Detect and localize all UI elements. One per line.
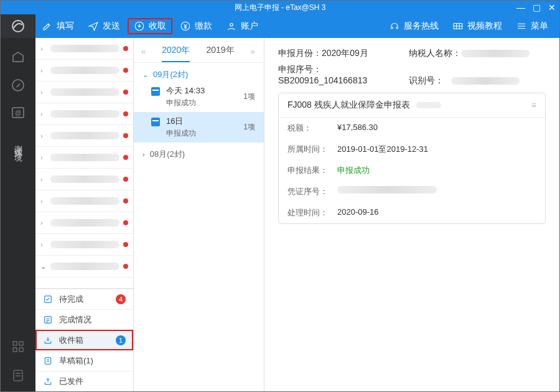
app-window: 网上电子申报 - eTax@SH 3 — ▢ ✕ @ 测试环境 填写 发送	[0, 0, 560, 392]
year-tab-2020[interactable]: 2020年	[162, 45, 190, 62]
svg-point-0	[12, 21, 24, 32]
voucher-value	[337, 186, 437, 197]
svg-rect-15	[45, 358, 50, 365]
taxpayer-row[interactable]: ›	[35, 169, 133, 190]
folder-completed[interactable]: 完成情况	[35, 309, 133, 330]
hamburger-icon	[516, 21, 527, 32]
taxpayer-row[interactable]: ›	[35, 38, 133, 60]
calendar-icon	[151, 87, 160, 96]
download-icon	[134, 21, 145, 32]
taxpayer-row[interactable]: ›	[35, 212, 133, 234]
draft-icon	[43, 356, 53, 366]
headset-icon	[389, 21, 400, 32]
taxpayer-row[interactable]: ›	[35, 190, 133, 212]
folder-drafts[interactable]: 草稿箱(1)	[35, 350, 133, 371]
period-key: 所属时间：	[287, 144, 331, 155]
redacted	[416, 102, 441, 108]
folder-label: 已发件	[59, 376, 83, 387]
svg-rect-5	[19, 342, 23, 345]
menu-button[interactable]: 菜单	[510, 18, 554, 34]
card-title: FJ008 残疾人就业保障金申报表	[287, 100, 410, 111]
edit-icon	[42, 21, 53, 32]
window-title: 网上电子申报 - eTax@SH 3	[235, 2, 326, 13]
taxpayer-panel: › › › › › › › › › › ⌄ 待完成 4	[35, 38, 134, 391]
video-icon	[452, 21, 464, 32]
taxpayer-row[interactable]: ›	[35, 103, 133, 125]
list-icon	[43, 315, 53, 325]
svg-rect-4	[13, 342, 17, 345]
compass-icon[interactable]	[11, 78, 26, 93]
outbox-icon	[43, 376, 53, 386]
chevron-down-icon: ⌄	[142, 71, 148, 79]
fill-button[interactable]: 填写	[35, 18, 80, 34]
chevron-right-icon: ›	[142, 151, 145, 158]
taxpayer-row[interactable]: ›	[35, 234, 133, 256]
meta-id-key: 识别号：	[409, 75, 451, 86]
message-list-panel: « 2020年 2019年 » ⌄ 09月(2封) 今天 14:33 申报成功 …	[134, 38, 264, 391]
document-icon[interactable]	[11, 368, 26, 383]
folder-inbox[interactable]: 收件箱 1	[35, 330, 133, 350]
titlebar: 网上电子申报 - eTax@SH 3 — ▢ ✕	[1, 1, 559, 14]
year-tab-2019[interactable]: 2019年	[206, 45, 234, 62]
meta-seq-value: SB200916_104166813	[278, 75, 367, 85]
taxpayer-row[interactable]: ›	[35, 82, 133, 103]
folder-pending[interactable]: 待完成 4	[35, 289, 133, 309]
month-group-08[interactable]: › 08月(2封)	[134, 142, 264, 161]
tax-value: ¥17,586.30	[337, 123, 378, 134]
taxpayer-row[interactable]: ›	[35, 147, 133, 169]
at-sign-icon[interactable]: @	[11, 105, 26, 120]
redacted	[451, 77, 520, 85]
message-row[interactable]: 今天 14:33 申报成功 1项	[134, 82, 264, 112]
taxpayer-row[interactable]: ›	[35, 60, 133, 82]
send-icon	[88, 21, 99, 32]
declaration-card: FJ008 残疾人就业保障金申报表 ≡ 税额：¥17,586.30 所属时间：2…	[278, 93, 546, 224]
yen-icon	[180, 21, 191, 32]
message-count: 1项	[243, 91, 255, 102]
meta-payer-key: 纳税人名称：	[409, 48, 461, 59]
badge-count: 1	[116, 335, 126, 345]
folder-label: 完成情况	[59, 314, 91, 325]
minimize-button[interactable]: —	[516, 2, 525, 12]
year-tabs: « 2020年 2019年 »	[134, 38, 264, 63]
close-button[interactable]: ✕	[548, 2, 556, 12]
message-count: 1项	[243, 122, 255, 133]
calendar-icon	[151, 118, 160, 126]
message-row-selected[interactable]: 16日 申报成功 1项	[134, 112, 264, 142]
message-time: 16日	[166, 116, 237, 127]
account-button[interactable]: 账户	[220, 18, 264, 34]
env-label: 测试环境	[12, 139, 24, 149]
folder-label: 草稿箱(1)	[59, 355, 93, 366]
processed-value: 2020-09-16	[337, 207, 379, 218]
maximize-button[interactable]: ▢	[533, 2, 541, 12]
toolbar: 填写 发送 收取 缴款 账户 服务热线 视频教程 菜单	[1, 14, 559, 38]
bank-icon[interactable]	[11, 50, 26, 65]
result-key: 申报结果：	[287, 165, 331, 176]
voucher-key: 凭证序号：	[287, 186, 331, 197]
taxpayer-row-expanded[interactable]: ⌄	[35, 256, 133, 278]
badge-count: 4	[116, 294, 126, 304]
year-prev[interactable]: «	[141, 47, 146, 62]
video-button[interactable]: 视频教程	[446, 18, 508, 34]
receive-button[interactable]: 收取	[128, 18, 172, 34]
left-rail: @ 测试环境	[1, 14, 35, 391]
grid-icon[interactable]	[11, 339, 26, 354]
send-button[interactable]: 发送	[82, 18, 126, 34]
pay-button[interactable]: 缴款	[174, 18, 218, 34]
hotline-button[interactable]: 服务热线	[383, 18, 445, 34]
taxpayer-row[interactable]: ›	[35, 125, 133, 147]
window-controls: — ▢ ✕	[516, 1, 556, 14]
processed-key: 处理时间：	[287, 207, 331, 218]
meta-month-key: 申报月份：	[278, 48, 322, 59]
svg-point-11	[230, 24, 233, 27]
card-menu-icon[interactable]: ≡	[531, 100, 536, 110]
month-group-09[interactable]: ⌄ 09月(2封)	[134, 63, 264, 82]
svg-rect-6	[13, 348, 17, 352]
user-icon	[226, 21, 237, 32]
message-status: 申报成功	[166, 128, 237, 139]
message-time: 今天 14:33	[166, 85, 237, 96]
app-logo[interactable]	[1, 14, 35, 38]
folder-sent[interactable]: 已发件	[35, 371, 133, 391]
checklist-icon	[43, 294, 53, 304]
year-next[interactable]: »	[251, 47, 255, 62]
period-value: 2019-01-01至2019-12-31	[337, 144, 428, 155]
